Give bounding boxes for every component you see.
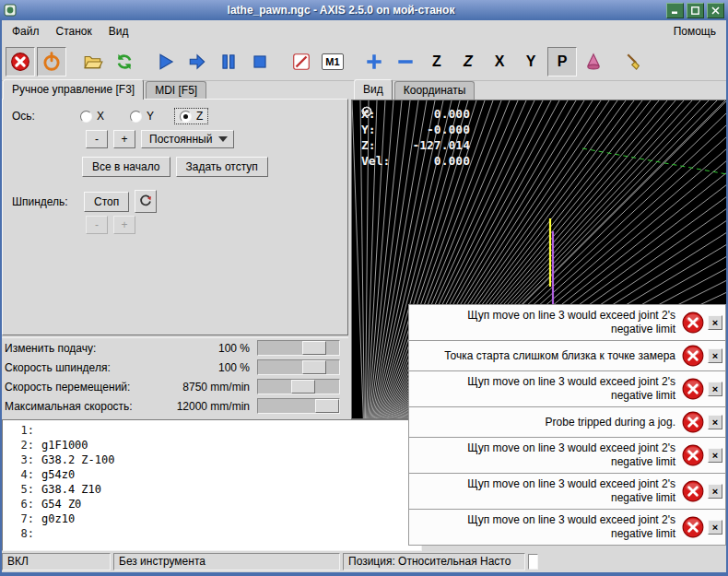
max-velocity-slider[interactable] xyxy=(257,398,340,414)
gcode-line-number: 8: xyxy=(3,526,34,541)
close-button[interactable] xyxy=(707,3,724,18)
view-z-button[interactable]: Z xyxy=(422,47,452,76)
menu-item-0[interactable]: Файл xyxy=(4,22,48,41)
view-y-button[interactable]: Y xyxy=(516,47,546,76)
homed-icon xyxy=(476,139,488,151)
axis-radio-label: Y xyxy=(147,110,154,123)
notification-text: Точка старта слишком близка к точке заме… xyxy=(412,349,682,363)
gcode-listing[interactable]: 1:2:g1F10003:G38.2 Z-1004:g54z05:G38.4 Z… xyxy=(2,419,422,551)
gcode-line-number: 4: xyxy=(3,467,34,482)
spindle-stop-button[interactable]: Стоп xyxy=(84,192,129,212)
touch-off-button[interactable]: Задать отступ xyxy=(176,157,268,177)
notification-text: Щуп move on line 3 would exceed joint 2'… xyxy=(412,477,682,505)
rotate-view-button[interactable] xyxy=(579,47,608,76)
home-all-button[interactable]: Все в начало xyxy=(82,157,170,177)
manual-control-panel: Ось: XYZ - + Постоянный Все в начало Зад… xyxy=(2,99,348,335)
notification-close-button[interactable]: × xyxy=(708,448,722,463)
jog-speed-slider-handle[interactable] xyxy=(291,380,315,394)
gcode-line-text: G54 Z0 xyxy=(41,497,81,511)
zoom-out-button[interactable] xyxy=(391,47,420,76)
step-program-button[interactable] xyxy=(182,47,212,76)
titlebar[interactable]: lathe_pawn.ngc - AXIS 2.5.0 on мой-стано… xyxy=(0,0,728,20)
stop-program-button[interactable] xyxy=(245,47,275,76)
spindle-turn-button[interactable] xyxy=(135,190,157,213)
menu-help[interactable]: Помощь xyxy=(665,22,724,41)
run-program-button[interactable] xyxy=(151,47,181,76)
minimize-button[interactable] xyxy=(666,3,684,18)
zoom-in-button[interactable] xyxy=(359,47,389,76)
statusbar-tool-info: Без инструмента xyxy=(113,553,340,570)
view-p-button[interactable]: P xyxy=(547,47,577,76)
menu-item-2[interactable]: Вид xyxy=(100,22,137,41)
spindle-minus-button[interactable]: - xyxy=(86,216,108,234)
notification-close-button[interactable]: × xyxy=(708,484,722,499)
zoom-out-icon xyxy=(395,52,416,72)
machine-power-button[interactable] xyxy=(37,47,66,76)
spindle-plus-button[interactable]: + xyxy=(113,216,135,234)
axis-radio-y[interactable]: Y xyxy=(125,109,159,123)
feed-override-label: Изменить подачу: xyxy=(5,342,158,355)
axis-window: lathe_pawn.ngc - AXIS 2.5.0 on мой-стано… xyxy=(0,0,728,576)
rotate-view-icon xyxy=(583,52,604,72)
view-x-button[interactable]: X xyxy=(485,47,514,76)
notification-close-button[interactable]: × xyxy=(708,315,722,330)
run-program-icon xyxy=(156,52,176,72)
gcode-line-text: g1F1000 xyxy=(41,438,88,453)
feed-override-slider[interactable] xyxy=(257,340,340,356)
dro-axis-label: Vel: xyxy=(361,154,398,168)
pause-program-button[interactable] xyxy=(214,47,243,76)
gcode-line-text: G38.2 Z-100 xyxy=(41,453,114,467)
axis-radio-label: X xyxy=(97,110,104,123)
view-p-icon: P xyxy=(558,53,568,70)
dro-row-x: X:0.000 xyxy=(361,106,488,122)
axis-radio-x[interactable]: X xyxy=(76,109,109,123)
zoom-in-icon xyxy=(364,52,384,72)
slider-row-max-velocity: Максимальная скорость:12000 mm/min xyxy=(0,396,348,416)
toolbar-separator xyxy=(276,61,286,62)
dro-row-vel: Vel:0.000 xyxy=(361,153,488,169)
gcode-line-number: 7: xyxy=(3,511,34,526)
spindle-override-slider[interactable] xyxy=(257,359,340,375)
dro: X:0.000Y:-0.000Z:-127.014Vel:0.000 xyxy=(361,106,488,169)
right-tab-bar: ВидКоординаты xyxy=(354,82,476,100)
toolbar-separator xyxy=(348,61,358,62)
tab-left-1[interactable]: MDI [F5] xyxy=(146,81,206,100)
slider-row-spindle-override: Скорость шпинделя:100 % xyxy=(0,358,348,377)
tab-right-1[interactable]: Координаты xyxy=(394,81,476,100)
maximize-button[interactable] xyxy=(687,3,704,18)
max-velocity-slider-handle[interactable] xyxy=(315,399,339,413)
tab-right-0[interactable]: Вид xyxy=(354,79,393,100)
homed-icon xyxy=(476,123,488,135)
open-file-icon xyxy=(83,52,103,72)
jog-plus-button[interactable]: + xyxy=(113,130,135,148)
view-z-rotated-button[interactable]: Z xyxy=(453,47,483,76)
block-delete-button[interactable] xyxy=(287,47,316,76)
axis-radio-group: XYZ xyxy=(76,109,207,123)
optional-stop-button[interactable]: M1 xyxy=(318,47,347,76)
notification-close-button[interactable]: × xyxy=(708,382,722,396)
axis-radio-label: Z xyxy=(196,110,203,123)
tab-left-0[interactable]: Ручное управление [F3] xyxy=(3,79,144,100)
window-icon xyxy=(4,3,18,18)
open-file-button[interactable] xyxy=(78,47,108,76)
menu-item-1[interactable]: Станок xyxy=(48,22,100,41)
axis-radio-z[interactable]: Z xyxy=(175,109,207,123)
window-border-left xyxy=(0,20,2,576)
notification-text: Probe tripped during a jog. xyxy=(412,416,682,429)
increment-select[interactable]: Постоянный xyxy=(141,130,234,148)
dro-axis-value: -0.000 xyxy=(398,123,470,136)
error-icon xyxy=(682,516,704,538)
notification-close-button[interactable]: × xyxy=(708,348,722,363)
notification-close-button[interactable]: × xyxy=(708,415,722,429)
menubar: ФайлСтанокВид Помощь xyxy=(0,20,728,42)
feed-override-slider-handle[interactable] xyxy=(302,341,326,355)
notification-close-button[interactable]: × xyxy=(708,520,722,535)
jog-minus-button[interactable]: - xyxy=(86,130,108,148)
jog-speed-slider[interactable] xyxy=(257,379,340,394)
clear-backplot-button[interactable] xyxy=(620,47,650,76)
reload-file-button[interactable] xyxy=(110,47,139,76)
gcode-line-4: 4:g54z0 xyxy=(3,467,421,482)
estop-button[interactable] xyxy=(6,47,35,76)
spindle-override-slider-handle[interactable] xyxy=(302,360,326,374)
gcode-line-8: 8: xyxy=(3,526,421,541)
